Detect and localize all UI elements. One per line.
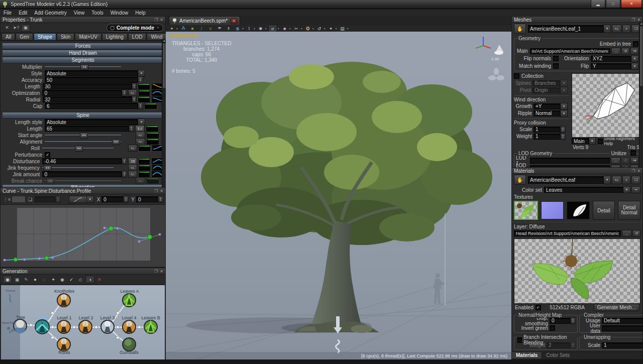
float-panel-icon[interactable]: ❐ bbox=[631, 169, 635, 173]
curve-copy-icon[interactable]: ❏ bbox=[26, 196, 34, 203]
float-panel-icon[interactable]: ❐ bbox=[154, 189, 158, 193]
mesh-preview[interactable] bbox=[572, 73, 640, 138]
alignment-slider[interactable]: ◄► bbox=[45, 139, 121, 145]
browse-button[interactable]: ... bbox=[611, 48, 621, 55]
branch-tool-icon[interactable]: ⋎ bbox=[206, 25, 215, 32]
jink-frequency-slider[interactable]: ◄► bbox=[42, 165, 114, 171]
magnet-tool-icon[interactable]: ⌀ bbox=[268, 25, 277, 32]
optimization-input[interactable]: 0 bbox=[42, 90, 122, 96]
reload-icon[interactable]: ↺ bbox=[621, 48, 629, 55]
diffuse-path-field[interactable]: Head Revision/Art Support/American Beech… bbox=[514, 230, 621, 236]
node-label-tree[interactable]: Tree bbox=[12, 315, 29, 320]
length-parent-curve-thumb[interactable] bbox=[138, 83, 150, 90]
alignment-variance-button[interactable]: +/- bbox=[136, 138, 145, 145]
tab-shape[interactable]: Shape bbox=[34, 33, 56, 41]
marquee-select-icon[interactable]: ▣ bbox=[13, 276, 21, 283]
trunk-tool-icon[interactable]: ⇞ bbox=[225, 25, 233, 32]
chevron-down-icon[interactable]: ▼ bbox=[138, 118, 145, 126]
clear-selection-icon[interactable]: ✕ bbox=[3, 25, 11, 31]
generate-all-icon[interactable]: ◉ bbox=[3, 276, 12, 283]
alpha-texture-thumb[interactable] bbox=[567, 201, 590, 219]
break-chance-variance-button[interactable]: +/- bbox=[136, 177, 145, 184]
meshes-scrollbar[interactable]: ▲ bbox=[639, 22, 643, 167]
scissors-tool-icon[interactable]: ✂ bbox=[292, 25, 300, 32]
enabled-checkbox[interactable]: ✓ bbox=[535, 305, 541, 310]
break-chance-slider[interactable]: ◄► bbox=[45, 178, 121, 184]
tab-gen[interactable]: Gen bbox=[16, 33, 33, 41]
mesh-variance-button[interactable]: +/- bbox=[612, 25, 621, 33]
spine-length-input[interactable]: 65 bbox=[45, 126, 129, 132]
maximize-button[interactable]: □ bbox=[606, 0, 620, 8]
whats-this-icon[interactable]: ➤? bbox=[12, 25, 20, 31]
tab-materials-bottom[interactable]: Materials bbox=[512, 352, 542, 358]
minimize-button[interactable]: ▂ bbox=[591, 0, 605, 8]
bone-tool-icon[interactable]: ⌇ bbox=[245, 25, 253, 32]
multiplier-slider[interactable]: ◄► bbox=[45, 64, 121, 70]
style-dropdown[interactable]: Absolute bbox=[45, 70, 138, 76]
viewport-3d[interactable]: perspective TRIANGLES - SELECTED branche… bbox=[166, 32, 511, 359]
float-panel-icon[interactable]: ❐ bbox=[631, 18, 635, 22]
unitize-checkbox[interactable] bbox=[630, 150, 636, 156]
close-button[interactable]: ✕ bbox=[621, 0, 642, 8]
disturbance-variance-badge[interactable]: .05 bbox=[128, 158, 137, 165]
node-label-level3[interactable]: Level 3 bbox=[96, 315, 119, 320]
length-input[interactable]: 30 bbox=[43, 83, 132, 89]
node-label-level2[interactable]: Level 2 bbox=[75, 315, 97, 320]
curve-x-input[interactable]: 0 bbox=[101, 196, 124, 202]
pivot-dropdown[interactable]: Origin bbox=[532, 87, 561, 93]
node-label-roots[interactable]: Roots bbox=[53, 350, 75, 355]
perturbance-checkbox[interactable]: ✓ bbox=[45, 152, 50, 158]
spine-length-curve-thumb[interactable] bbox=[146, 125, 159, 132]
add-mesh-button[interactable]: + bbox=[622, 25, 630, 33]
node-label-trunk[interactable]: Trunk bbox=[33, 315, 52, 320]
copy-material-icon[interactable]: ❏ bbox=[631, 176, 640, 184]
sphere-tool-icon[interactable]: ● bbox=[168, 25, 176, 32]
chevron-down-icon[interactable]: ▼ bbox=[138, 70, 145, 77]
tab-mat-uv[interactable]: Mat+UV bbox=[75, 33, 101, 41]
proxy-weight-input[interactable]: 1 bbox=[533, 134, 561, 140]
lasso-icon[interactable]: ◌ bbox=[40, 276, 48, 283]
node-label-gumballs[interactable]: Gumballs bbox=[116, 350, 143, 355]
lock-icon[interactable]: ◇ bbox=[76, 276, 84, 283]
lod1-path[interactable] bbox=[530, 158, 610, 164]
match-winding-checkbox[interactable] bbox=[553, 63, 559, 69]
alignment-curve-thumb[interactable] bbox=[146, 138, 159, 145]
curve-type-button[interactable] bbox=[69, 196, 87, 203]
hand-drag-icon[interactable]: ✋ bbox=[514, 24, 526, 34]
menu-tools[interactable]: Tools bbox=[88, 10, 106, 16]
orientation-dropdown[interactable]: XYZ bbox=[591, 56, 631, 62]
cap-parent-curve-thumb[interactable] bbox=[144, 102, 157, 109]
roll-variance-button[interactable]: +/- bbox=[128, 145, 137, 152]
mushroom-tool-icon[interactable]: ♣ bbox=[281, 25, 289, 32]
apply-color-set-icon[interactable]: ➜ bbox=[631, 186, 640, 193]
roll-parent-curve-thumb[interactable] bbox=[138, 145, 150, 152]
jink-amount-input[interactable]: 0 bbox=[42, 171, 122, 177]
mode-selector[interactable]: ◯ Complete mode ▼ bbox=[106, 24, 163, 32]
node-label-knotholes[interactable]: Knotholes bbox=[51, 289, 78, 294]
add-material-button[interactable]: + bbox=[622, 176, 630, 184]
export-tool-icon[interactable]: ▤ bbox=[339, 25, 347, 32]
blend-weight-input[interactable]: 2 bbox=[547, 342, 571, 348]
node-label-level1[interactable]: Level 1 bbox=[53, 315, 75, 320]
tab-lod[interactable]: LOD bbox=[128, 33, 147, 41]
section-segments[interactable]: Segments bbox=[2, 57, 164, 63]
color-set-dropdown[interactable]: Leaves bbox=[544, 187, 623, 193]
disturbance-parent-curve-thumb[interactable] bbox=[138, 158, 151, 165]
invert-green-checkbox[interactable] bbox=[550, 325, 555, 331]
close-panel-icon[interactable]: ✕ bbox=[160, 18, 163, 22]
tab-skin[interactable]: Skin bbox=[57, 33, 74, 41]
jink-frequency-parent-thumb[interactable] bbox=[138, 164, 150, 171]
cap-input[interactable]: 6 bbox=[45, 103, 138, 109]
node-label-leaves-a[interactable]: Leaves A bbox=[116, 289, 143, 294]
node-label-leaves-b[interactable]: Leaves B bbox=[137, 315, 164, 320]
material-variance-button[interactable]: +/- bbox=[612, 176, 621, 184]
document-tab[interactable]: AmericanBeech.spm* ✕ bbox=[169, 16, 240, 25]
diffuse-texture-preview[interactable] bbox=[514, 238, 640, 304]
spine-length-variance-badge[interactable]: 5.0 bbox=[135, 125, 145, 132]
sphere-view-icon[interactable]: ● bbox=[31, 276, 39, 283]
jink-frequency-variance-button[interactable]: +/- bbox=[128, 164, 137, 171]
close-panel-icon[interactable]: ✕ bbox=[160, 189, 163, 193]
ripple-dropdown[interactable]: Normal bbox=[533, 110, 561, 116]
eye-icon[interactable]: ◉ bbox=[58, 276, 66, 283]
tree-umbrella-icon[interactable]: ☂ bbox=[216, 25, 224, 32]
